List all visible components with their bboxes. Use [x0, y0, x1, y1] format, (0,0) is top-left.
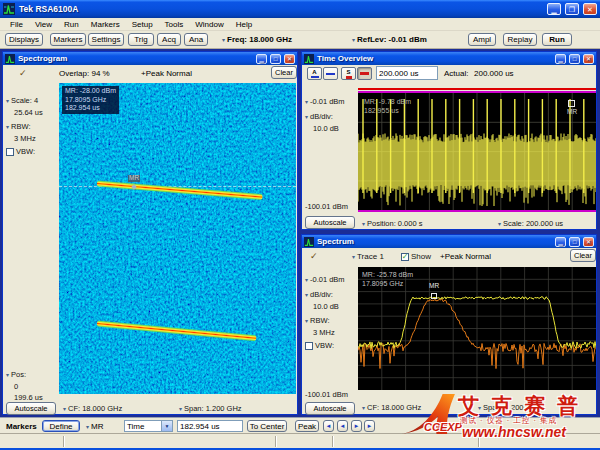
settings-button[interactable]: Settings [88, 33, 124, 46]
minimize-button[interactable]: ▁ [547, 3, 561, 15]
marker-select-control[interactable]: ▾MR [86, 422, 103, 431]
time-overview-panel: Time Overview ▁ □ ✕ A S Actual: 200.000 … [301, 51, 597, 230]
spectrum-panel: Spectrum ▁ □ ✕ ✓ ▾Trace 1 ✓Show +Peak No… [301, 234, 597, 415]
dropdown-arrow-icon: ▾ [305, 277, 308, 283]
marker-right-button[interactable]: ► [351, 420, 362, 432]
freq-control[interactable]: ▾Freq: 18.000 GHz [222, 35, 292, 44]
marker-mr-label[interactable]: MR [128, 175, 140, 182]
menu-file[interactable]: File [4, 20, 29, 29]
analysis-length-button[interactable] [357, 67, 372, 80]
spectrum-ref-top[interactable]: ▾-0.01 dBm [305, 275, 345, 284]
replay-button[interactable]: Replay [503, 33, 537, 46]
marker-name: MR [91, 422, 103, 431]
vbw-checkbox[interactable] [6, 148, 14, 156]
panel-close-button[interactable]: ✕ [284, 54, 295, 64]
window-titlebar: Tek RSA6100A ▁ ❐ ✕ [0, 0, 600, 18]
ampl-button[interactable]: Ampl [468, 33, 496, 46]
dropdown-arrow-icon: ▾ [362, 405, 365, 411]
menu-run[interactable]: Run [58, 20, 85, 29]
panel-minimize-button[interactable]: ▁ [555, 54, 566, 64]
spectrogram-vbw-control[interactable]: VBW: [6, 147, 35, 156]
define-button[interactable]: Define [42, 420, 80, 432]
menu-tools[interactable]: Tools [159, 20, 190, 29]
vbw-checkbox[interactable] [305, 342, 313, 350]
overview-marker-readout: MR: -9.78 dBm 182.955 us [364, 98, 411, 115]
spectrum-vbw-control[interactable]: VBW: [305, 341, 334, 350]
spectrum-rbw-control[interactable]: ▾RBW: [305, 316, 329, 325]
spectrogram-marker-readout: MR: -28.00 dBm 17.8095 GHz 182.954 us [62, 86, 119, 114]
app-window: Tek RSA6100A ▁ ❐ ✕ File View Run Markers… [0, 0, 600, 450]
marker-peak-left-button[interactable]: ◄ [323, 420, 334, 432]
reflev-label: RefLev: -0.01 dBm [357, 35, 427, 44]
reflev-control[interactable]: ▾RefLev: -0.01 dBm [352, 35, 427, 44]
trig-button[interactable]: Trig [128, 33, 154, 46]
spectrogram-autoscale-button[interactable]: Autoscale [6, 402, 56, 415]
panel-maximize-button[interactable]: □ [569, 237, 580, 247]
close-button[interactable]: ✕ [583, 3, 597, 15]
marker-box-icon[interactable] [568, 100, 575, 107]
run-button[interactable]: Run [542, 33, 572, 46]
overview-amplitude-button[interactable]: A [307, 67, 322, 80]
detection-label[interactable]: +Peak Normal [141, 69, 192, 78]
time-overview-plot[interactable]: MR: -9.78 dBm 182.955 us MR [358, 93, 596, 210]
marker-enabled-check-icon[interactable]: ✓ [310, 251, 318, 261]
menu-markers[interactable]: Markers [85, 20, 126, 29]
overview-ref-top[interactable]: ▾-0.01 dBm [305, 97, 345, 106]
spectrogram-span-control[interactable]: ▾Span: 1.200 GHz [179, 404, 242, 413]
spectrum-autoscale-button[interactable]: Autoscale [305, 402, 355, 415]
spectrogram-pos-value: 0 [14, 382, 18, 391]
marker-box-icon[interactable] [431, 293, 437, 299]
trace-select[interactable]: ▾Trace 1 [352, 252, 384, 261]
analysis-s-button[interactable]: S [341, 67, 356, 80]
acq-button[interactable]: Acq [157, 33, 181, 46]
restore-button[interactable]: ❐ [565, 3, 579, 15]
spectrum-span-control[interactable]: ▾Span: 1.200 GHz [478, 403, 541, 412]
show-control[interactable]: ✓Show [401, 252, 431, 261]
dropdown-arrow-icon: ▾ [179, 406, 182, 412]
spectrum-plot[interactable]: MR: -25.78 dBm 17.8095 GHz MR [358, 267, 596, 390]
spectrogram-cf-control[interactable]: ▾CF: 18.000 GHz [63, 404, 122, 413]
marker-left-button[interactable]: ◄ [337, 420, 348, 432]
ana-button[interactable]: Ana [184, 33, 208, 46]
marker-domain-select[interactable]: Time▼ [124, 420, 173, 432]
analysis-length-input[interactable] [376, 66, 438, 80]
select-arrow-icon[interactable]: ▼ [161, 421, 172, 431]
peak-button[interactable]: Peak [295, 420, 319, 432]
show-checkbox[interactable]: ✓ [401, 253, 409, 261]
marker-peak-right-button[interactable]: ► [364, 420, 375, 432]
panel-close-button[interactable]: ✕ [583, 237, 594, 247]
spectrum-clear-button[interactable]: Clear [570, 249, 596, 262]
spectrogram-pos-control[interactable]: ▾Pos: [6, 370, 26, 379]
detection-label[interactable]: +Peak Normal [440, 252, 491, 261]
menu-help[interactable]: Help [230, 20, 258, 29]
menu-window[interactable]: Window [189, 20, 229, 29]
marker-position-input[interactable] [177, 420, 243, 432]
panel-minimize-button[interactable]: ▁ [555, 237, 566, 247]
panel-minimize-button[interactable]: ▁ [256, 54, 267, 64]
marker-enabled-check-icon[interactable]: ✓ [19, 68, 27, 78]
markers-button[interactable]: Markers [50, 33, 86, 46]
spectrogram-rbw-control[interactable]: ▾RBW: [6, 122, 30, 131]
overview-position-control[interactable]: ▾Position: 0.000 s [362, 219, 422, 228]
menu-setup[interactable]: Setup [126, 20, 159, 29]
displays-button[interactable]: Displays [5, 33, 43, 46]
spectrogram-scale-control[interactable]: ▾Scale: 4 [6, 96, 38, 105]
to-center-button[interactable]: To Center [247, 420, 287, 432]
overview-dbdiv-control[interactable]: ▾dB/div: [305, 112, 333, 121]
panel-maximize-button[interactable]: □ [270, 54, 281, 64]
spectrum-cf-control[interactable]: ▾CF: 18.000 GHz [362, 403, 421, 412]
panel-maximize-button[interactable]: □ [569, 54, 580, 64]
menu-view[interactable]: View [29, 20, 58, 29]
app-icon [3, 3, 15, 15]
spectrum-dbdiv-control[interactable]: ▾dB/div: [305, 290, 333, 299]
panel-close-button[interactable]: ✕ [583, 54, 594, 64]
dropdown-arrow-icon: ▾ [305, 292, 308, 298]
spectrogram-clear-button[interactable]: Clear [271, 66, 297, 79]
panel-icon [304, 54, 314, 64]
main-toolbar: Displays Markers Settings Trig Acq Ana ▾… [0, 31, 600, 49]
overview-line-button[interactable] [323, 67, 338, 80]
overview-autoscale-button[interactable]: Autoscale [305, 216, 355, 229]
spectrogram-plot[interactable]: MR MR: -28.00 dBm 17.8095 GHz 182.954 us [59, 83, 296, 394]
overlap-label[interactable]: Overlap: 94 % [59, 69, 110, 78]
overview-scale-control[interactable]: ▾Scale: 200.000 us [498, 219, 563, 228]
